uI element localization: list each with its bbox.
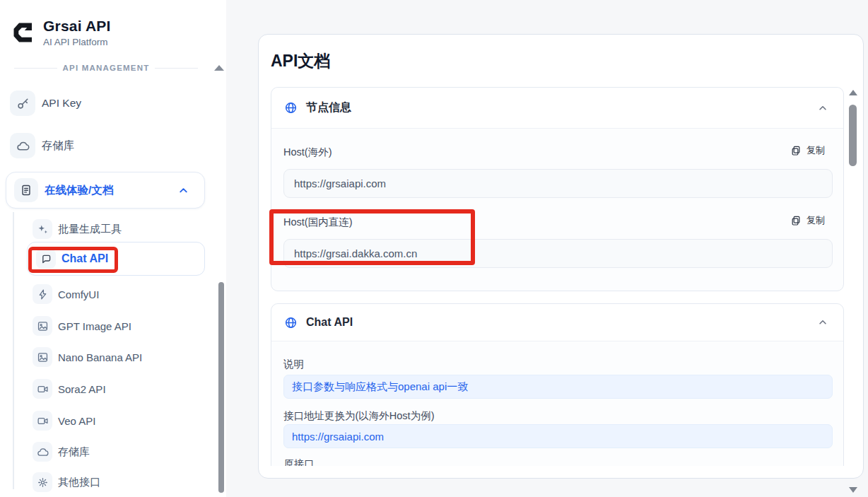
sidebar-subitem-gpt-image-api[interactable]: GPT Image API — [0, 315, 212, 337]
sidebar-subitem-label: Chat API — [61, 252, 108, 265]
brand: Grsai API AI API Platform — [11, 18, 111, 47]
host-overseas-label: Host(海外) — [283, 146, 332, 159]
document-icon — [14, 178, 38, 202]
image-icon — [33, 347, 52, 367]
sidebar-subitem-storage[interactable]: 存储库 — [0, 441, 212, 462]
sidebar-scrollbar-thumb[interactable] — [218, 282, 224, 493]
host-overseas-value[interactable]: https://grsaiapi.com — [283, 169, 833, 198]
doc-scroll-area: 节点信息 Host(海外) 复制 https://grsaiapi.com — [271, 87, 844, 466]
host-domestic-value[interactable]: https://grsai.dakka.com.cn — [283, 239, 833, 268]
sidebar-subitem-label: GPT Image API — [58, 320, 131, 332]
scroll-down-arrow-icon[interactable] — [849, 487, 857, 493]
sidebar-subitem-label: 存储库 — [58, 445, 90, 459]
cloud-icon — [10, 133, 35, 158]
section-header-label: API MANAGEMENT — [63, 64, 150, 72]
chat-bubble-icon — [36, 249, 56, 269]
sidebar-subitem-sora2-api[interactable]: Sora2 API — [0, 378, 212, 399]
video-camera-icon — [33, 379, 52, 399]
lightning-icon — [33, 284, 52, 304]
sidebar-item-label: API Key — [42, 97, 81, 110]
api-doc-card: API文档 节点信息 Host(海外) — [258, 34, 864, 479]
copy-host-domestic-button[interactable]: 复制 — [790, 214, 825, 227]
section-title: 节点信息 — [306, 100, 351, 115]
image-icon — [33, 316, 52, 336]
sidebar-item-label: 存储库 — [42, 139, 75, 153]
globe-icon — [284, 316, 298, 329]
sidebar-item-storage[interactable]: 存储库 — [0, 131, 212, 160]
sparkles-icon — [33, 219, 52, 239]
node-info-section: 节点信息 Host(海外) 复制 https://grsaiapi.com — [271, 87, 844, 291]
chat-api-section-header[interactable]: Chat API — [271, 304, 843, 341]
chat-api-section: Chat API 说明 接口参数与响应格式与openai api一致 接口地址更… — [271, 303, 844, 466]
sidebar-subitem-label: Sora2 API — [58, 383, 106, 395]
main-scrollbar[interactable] — [848, 87, 858, 466]
sidebar-subitem-label: ComfyUI — [58, 288, 99, 300]
chevron-up-icon — [818, 103, 828, 113]
endpoint-label: 接口地址更换为(以海外Host为例) — [283, 409, 434, 423]
brand-subtitle: AI API Platform — [43, 37, 111, 47]
divider — [14, 68, 57, 69]
host-domestic-label: Host(国内直连) — [283, 216, 352, 229]
copy-host-overseas-button[interactable]: 复制 — [790, 144, 825, 157]
sidebar-subitem-label: Veo API — [58, 415, 95, 427]
sidebar: Grsai API AI API Platform API MANAGEMENT… — [0, 0, 226, 497]
copy-button-label: 复制 — [807, 144, 825, 157]
chevron-up-icon — [818, 317, 828, 327]
sidebar-subitem-label: 其他接口 — [58, 476, 100, 489]
sidebar-subitem-nano-banana-api[interactable]: Nano Banana API — [0, 346, 212, 368]
sidebar-subitem-chat-api[interactable]: Chat API — [27, 242, 205, 276]
sidebar-subitem-veo-api[interactable]: Veo API — [0, 410, 212, 431]
sidebar-item-api-key[interactable]: API Key — [0, 89, 212, 117]
sidebar-subitem-label: Nano Banana API — [58, 351, 142, 363]
copy-icon — [790, 145, 802, 156]
section-title: Chat API — [306, 316, 353, 329]
sidebar-item-docs-experience[interactable]: 在线体验/文档 — [6, 172, 205, 209]
gear-icon — [33, 472, 52, 492]
sidebar-section-header: API MANAGEMENT — [0, 64, 212, 72]
sidebar-subitem-comfyui[interactable]: ComfyUI — [0, 283, 212, 305]
node-info-section-header[interactable]: 节点信息 — [271, 88, 843, 129]
divider — [155, 68, 198, 69]
sidebar-subitem-label: 批量生成工具 — [58, 223, 122, 236]
page-title: API文档 — [271, 50, 330, 72]
chevron-up-icon — [178, 185, 189, 196]
scroll-up-arrow-icon[interactable] — [849, 90, 857, 95]
endpoint-value: https://grsaiapi.com — [283, 424, 833, 448]
key-icon — [10, 90, 35, 116]
original-endpoint-label: 原接口 — [283, 457, 315, 466]
video-camera-icon — [33, 411, 52, 431]
note-label: 说明 — [283, 358, 304, 371]
cloud-icon — [33, 442, 52, 462]
grsai-logo-icon — [11, 19, 36, 46]
sidebar-scroll-up-arrow-icon[interactable] — [214, 65, 224, 71]
copy-button-label: 复制 — [807, 214, 825, 227]
sidebar-subitem-other-apis[interactable]: 其他接口 — [0, 472, 212, 493]
brand-title: Grsai API — [43, 18, 111, 35]
sidebar-item-label: 在线体验/文档 — [45, 183, 113, 198]
globe-icon — [284, 101, 298, 115]
app-root: Grsai API AI API Platform API MANAGEMENT… — [0, 0, 868, 497]
main-scrollbar-thumb[interactable] — [849, 105, 857, 166]
sidebar-subitem-batch-tool[interactable]: 批量生成工具 — [0, 218, 212, 240]
copy-icon — [790, 215, 802, 226]
note-value: 接口参数与响应格式与openai api一致 — [283, 375, 833, 399]
